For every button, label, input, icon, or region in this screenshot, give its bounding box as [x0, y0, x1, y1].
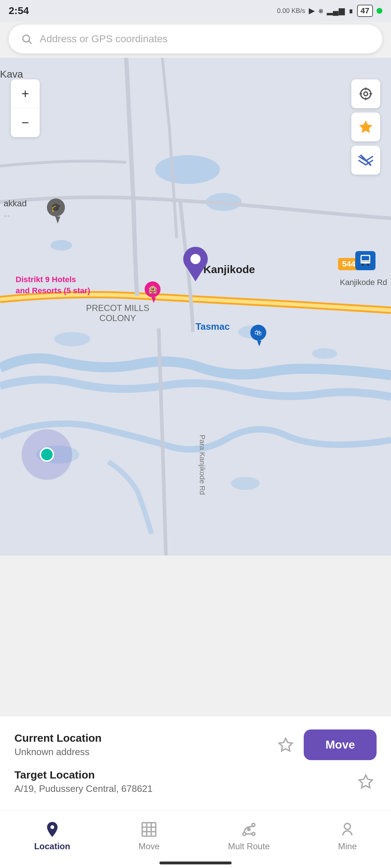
- gps-button[interactable]: [351, 79, 380, 108]
- svg-rect-25: [142, 823, 156, 836]
- move-button[interactable]: Move: [304, 729, 377, 760]
- search-icon: [19, 32, 34, 46]
- nav-item-mine[interactable]: Mine: [331, 817, 364, 855]
- search-input[interactable]: Address or GPS coordinates: [40, 33, 372, 45]
- svg-point-17: [367, 264, 369, 266]
- nav-label-location: Location: [34, 841, 70, 851]
- map-label-kanjikode: Kanjikode: [203, 263, 255, 276]
- map-background: Kava akkad ... 🎓 Kanjikode: [0, 58, 391, 556]
- svg-marker-24: [359, 775, 373, 788]
- svg-point-16: [361, 264, 364, 266]
- bottom-panel: Current Location Unknown address Move Ta…: [0, 716, 391, 810]
- bottom-nav: Location Move Mult Route: [0, 810, 391, 868]
- nav-label-move: Move: [139, 841, 160, 851]
- tasmac-icon-map: 🛍: [250, 325, 268, 346]
- svg-point-29: [248, 828, 250, 830]
- school-icon-map: 🎓: [47, 198, 69, 224]
- home-indicator: [159, 862, 232, 864]
- nav-item-move[interactable]: Move: [131, 817, 167, 855]
- target-location-section: Target Location A/19, Pudussery Central,…: [14, 769, 377, 794]
- zoom-controls[interactable]: + −: [11, 79, 40, 137]
- svg-rect-15: [361, 256, 369, 260]
- current-location-address: Unknown address: [14, 746, 275, 758]
- location-pulse: [22, 429, 72, 480]
- navigation-icon: ▶: [309, 6, 315, 16]
- svg-point-3: [155, 155, 220, 184]
- kanjikode-rd-label: Kanjikode Rd: [340, 278, 387, 287]
- target-location-info: Target Location A/19, Pudussery Central,…: [14, 769, 355, 794]
- nav-item-location[interactable]: Location: [27, 817, 78, 855]
- hotel-label: Distrikt 9 Hotelsand Resorts (5 star): [16, 274, 90, 297]
- svg-point-20: [361, 89, 371, 99]
- current-location-info: Current Location Unknown address: [14, 732, 275, 758]
- signal-icon: ▂▄▆: [327, 6, 345, 16]
- svg-point-8: [312, 348, 337, 359]
- svg-point-19: [364, 92, 368, 96]
- nav-label-mult-route: Mult Route: [228, 841, 270, 851]
- map-label-tasmac: Tasmac: [196, 321, 230, 332]
- svg-marker-23: [279, 738, 293, 751]
- para-kanjikode-rd-label: Para Kanjikode Rd: [198, 435, 206, 495]
- bluetooth-icon: ⎈: [318, 6, 323, 16]
- mult-route-nav-icon: [240, 820, 258, 838]
- map-label-precot: PRECOT MILLS COLONY: [86, 303, 149, 323]
- location-nav-icon: [43, 820, 61, 838]
- search-bar[interactable]: Address or GPS coordinates: [9, 25, 382, 53]
- svg-point-28: [252, 832, 255, 835]
- current-location-favorite-button[interactable]: [275, 734, 296, 756]
- wifi-icon: ∎: [348, 6, 353, 16]
- layer-button[interactable]: [351, 146, 380, 175]
- target-location-label: Target Location: [14, 769, 355, 781]
- target-location-address: A/19, Pudussery Central, 678621: [14, 783, 355, 794]
- map-button-group: [351, 79, 380, 175]
- svg-point-10: [231, 477, 260, 490]
- move-nav-icon: [140, 820, 158, 838]
- current-location-section: Current Location Unknown address Move: [14, 729, 377, 760]
- target-location-favorite-button[interactable]: [355, 771, 377, 793]
- svg-point-26: [243, 832, 246, 835]
- svg-point-12: [190, 254, 201, 264]
- svg-marker-13: [187, 268, 204, 281]
- svg-point-5: [50, 240, 72, 251]
- location-center: [40, 447, 54, 462]
- status-time: 2:54: [9, 5, 29, 17]
- status-bar: 2:54 0.00 KB/s ▶ ⎈ ▂▄▆ ∎ 47: [0, 0, 391, 22]
- svg-line-22: [360, 155, 371, 165]
- map-label-kava: Kava: [0, 69, 23, 80]
- location-pin: [181, 245, 210, 281]
- svg-point-6: [54, 332, 90, 346]
- map-svg: [0, 58, 391, 556]
- map-area[interactable]: Kava akkad ... 🎓 Kanjikode: [0, 58, 391, 556]
- svg-point-30: [344, 823, 351, 829]
- battery-badge: 47: [357, 5, 373, 17]
- hotel-icon-map: 🏨: [145, 281, 163, 303]
- zoom-in-button[interactable]: +: [11, 79, 40, 108]
- svg-line-1: [29, 41, 31, 44]
- status-icons: 0.00 KB/s ▶ ⎈ ▂▄▆ ∎ 47: [277, 5, 382, 17]
- svg-point-0: [23, 35, 30, 42]
- target-location-row: Target Location A/19, Pudussery Central,…: [14, 769, 377, 794]
- green-dot: [377, 8, 382, 14]
- svg-marker-21: [359, 120, 373, 133]
- zoom-out-button[interactable]: −: [11, 108, 40, 137]
- current-location-row: Current Location Unknown address Move: [14, 729, 377, 760]
- mine-nav-icon: [338, 820, 356, 838]
- bus-stop-icon: [355, 251, 375, 270]
- map-label-akkad: akkad ...: [4, 198, 27, 219]
- current-location-dot: [22, 429, 72, 480]
- speed-indicator: 0.00 KB/s: [277, 7, 305, 15]
- nav-label-mine: Mine: [338, 841, 357, 851]
- current-location-label: Current Location: [14, 732, 275, 744]
- favorites-button[interactable]: [351, 113, 380, 141]
- hotel-text: Distrikt 9 Hotelsand Resorts (5 star): [16, 274, 90, 297]
- nav-item-mult-route[interactable]: Mult Route: [221, 817, 277, 855]
